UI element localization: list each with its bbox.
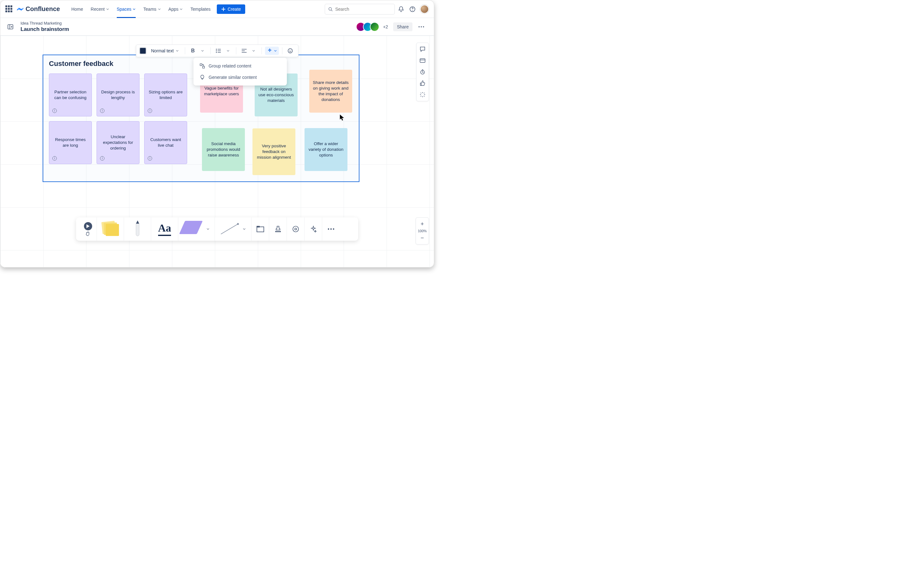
- nav-teams[interactable]: Teams: [140, 0, 164, 18]
- stamp-tool[interactable]: [269, 217, 287, 241]
- frame-tool[interactable]: [251, 217, 269, 241]
- chevron-down-icon: [158, 8, 161, 11]
- sticky-note[interactable]: Social media promotions would raise awar…: [202, 128, 245, 171]
- plus-icon: [221, 7, 226, 12]
- more-tools[interactable]: [322, 217, 340, 241]
- ai-menu-popup: Group related content Generate similar c…: [193, 58, 287, 86]
- chevron-down-icon: [132, 8, 136, 11]
- nav-links: Home Recent Spaces Teams Apps Templates …: [68, 0, 245, 18]
- svg-point-10: [288, 49, 292, 53]
- svg-rect-19: [257, 227, 264, 232]
- chevron-down-icon: [175, 49, 178, 53]
- svg-point-21: [293, 226, 299, 232]
- timer-icon[interactable]: [418, 68, 427, 76]
- align-button[interactable]: [239, 49, 249, 53]
- shape-tool[interactable]: [178, 217, 215, 241]
- nav-home[interactable]: Home: [68, 0, 87, 18]
- chevron-down-icon[interactable]: [205, 227, 211, 231]
- sticky-note[interactable]: Customers want live chati: [144, 121, 187, 164]
- ai-button[interactable]: [265, 47, 279, 55]
- info-icon[interactable]: i: [53, 156, 57, 161]
- bold-button[interactable]: B: [188, 48, 198, 54]
- sticky-note[interactable]: Design process is lengthyi: [97, 74, 140, 117]
- svg-point-0: [329, 7, 332, 10]
- nav-spaces[interactable]: Spaces: [113, 0, 140, 18]
- svg-rect-14: [203, 66, 205, 68]
- chevron-down-icon: [274, 49, 277, 53]
- global-nav: Confluence Home Recent Spaces Teams Apps…: [0, 0, 434, 18]
- chevron-down-icon: [106, 8, 109, 11]
- thumbs-up-icon[interactable]: [418, 79, 427, 88]
- emoji-button[interactable]: [285, 48, 295, 54]
- collapse-sidebar-icon[interactable]: [7, 24, 15, 31]
- share-button[interactable]: Share: [393, 22, 412, 31]
- pen-tool[interactable]: [124, 217, 151, 241]
- search-bar[interactable]: [325, 4, 395, 15]
- svg-point-6: [423, 26, 424, 28]
- create-button[interactable]: Create: [217, 5, 245, 14]
- svg-line-17: [221, 224, 238, 234]
- ai-generate-content[interactable]: Generate similar content: [193, 72, 287, 83]
- nav-apps[interactable]: Apps: [165, 0, 187, 18]
- chevron-down-icon[interactable]: [241, 227, 248, 231]
- zoom-in-button[interactable]: +: [416, 219, 429, 228]
- info-icon[interactable]: i: [100, 109, 104, 113]
- inline-format-toolbar: Normal text B: [136, 44, 299, 57]
- svg-point-23: [330, 228, 332, 230]
- profile-avatar[interactable]: [420, 5, 429, 13]
- hand-icon: [86, 232, 91, 236]
- collaborator-overflow[interactable]: +2: [383, 24, 388, 29]
- page-title: Launch brainstorm: [20, 26, 69, 33]
- right-rail: [416, 43, 429, 101]
- lightbulb-icon: [200, 75, 205, 80]
- ai-tool[interactable]: [305, 217, 322, 241]
- svg-point-5: [421, 26, 422, 28]
- svg-rect-15: [420, 59, 425, 63]
- more-menu-icon[interactable]: [416, 22, 426, 32]
- nav-recent[interactable]: Recent: [87, 0, 113, 18]
- effects-icon[interactable]: [418, 90, 427, 99]
- list-chevron[interactable]: [223, 49, 233, 53]
- nav-templates[interactable]: Templates: [186, 0, 214, 18]
- list-button[interactable]: [214, 49, 223, 53]
- collaborator-avatars[interactable]: [358, 22, 380, 31]
- svg-point-24: [333, 228, 334, 230]
- sticky-note[interactable]: Response times are longi: [49, 121, 92, 164]
- ai-group-content[interactable]: Group related content: [193, 60, 287, 72]
- sticky-note[interactable]: Offer a wider variety of donation option…: [305, 128, 347, 171]
- whiteboard-toolbar: Aa: [76, 217, 358, 241]
- comments-icon[interactable]: [418, 45, 427, 54]
- text-style-dropdown[interactable]: Normal text: [148, 47, 182, 55]
- sticky-note[interactable]: Sizing options are limitedi: [144, 74, 187, 117]
- info-icon[interactable]: i: [100, 156, 104, 161]
- text-color-swatch[interactable]: [140, 47, 147, 54]
- search-input[interactable]: [335, 7, 391, 12]
- avatar[interactable]: [370, 22, 380, 31]
- app-switcher-icon[interactable]: [5, 5, 13, 13]
- sticky-note[interactable]: Very positive feedback on mission alignm…: [252, 128, 295, 175]
- confluence-icon: [17, 6, 24, 13]
- sticky-note[interactable]: Share more details on giving work and th…: [309, 70, 352, 113]
- sticky-note-tool[interactable]: [97, 217, 124, 241]
- info-icon[interactable]: i: [148, 156, 152, 161]
- space-breadcrumb[interactable]: Idea Thread Marketing: [20, 21, 69, 26]
- whiteboard-canvas[interactable]: Normal text B Group related content: [0, 36, 434, 267]
- svg-point-2: [412, 10, 413, 11]
- sticky-note[interactable]: Partner selection can be confusingi: [49, 74, 92, 117]
- link-tool[interactable]: [287, 217, 305, 241]
- play-icon: [84, 222, 92, 230]
- notifications-icon[interactable]: [396, 4, 406, 14]
- info-icon[interactable]: i: [148, 109, 152, 113]
- zoom-out-button[interactable]: −: [416, 234, 429, 242]
- pointer-tool[interactable]: [79, 217, 97, 241]
- svg-point-11: [289, 50, 290, 51]
- bold-more-chevron[interactable]: [198, 49, 207, 53]
- text-tool[interactable]: Aa: [151, 217, 178, 241]
- help-icon[interactable]: [408, 4, 417, 14]
- align-chevron[interactable]: [249, 49, 258, 53]
- card-view-icon[interactable]: [418, 56, 427, 65]
- line-tool[interactable]: [215, 217, 251, 241]
- info-icon[interactable]: i: [53, 109, 57, 113]
- sticky-note[interactable]: Unclear expectations for orderingi: [97, 121, 140, 164]
- product-logo[interactable]: Confluence: [17, 5, 60, 13]
